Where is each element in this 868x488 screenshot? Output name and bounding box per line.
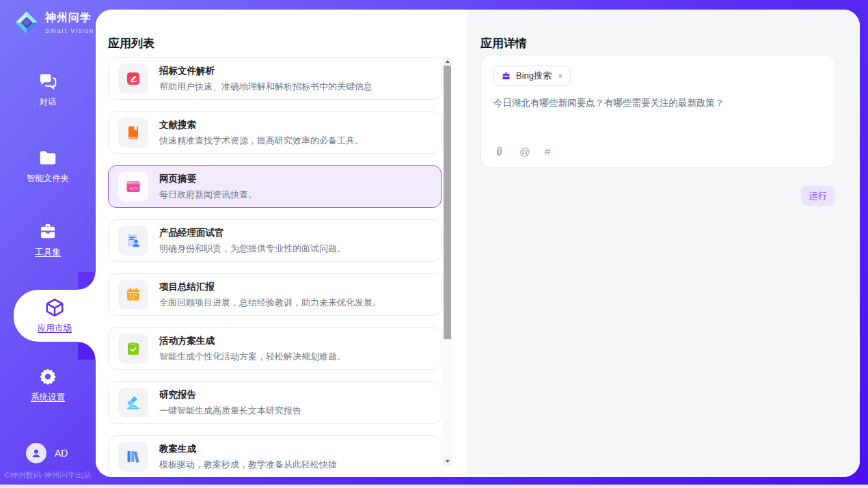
svg-text:</>: </> <box>129 186 138 191</box>
sidebar-item-label: 应用市场 <box>38 323 72 334</box>
app-list-item[interactable]: 招标文件解析 帮助用户快速、准确地理解和解析招标书中的关键信息 <box>108 57 442 100</box>
remove-tool-icon[interactable]: × <box>558 71 563 81</box>
app-name: 活动方案生成 <box>159 335 346 347</box>
mention-icon[interactable]: @ <box>519 146 530 157</box>
attachment-icon[interactable] <box>493 146 505 157</box>
prompt-toolbar: @ # <box>493 146 550 157</box>
app-list-item[interactable]: </> 网页摘要 每日政府新闻资讯快查。 <box>108 165 442 208</box>
scroll-up-button[interactable] <box>443 57 452 66</box>
bottom-gap <box>0 485 868 488</box>
app-list-item[interactable]: 教案生成 模板驱动，教案秒成，教学准备从此轻松快捷 <box>108 435 442 477</box>
calendar-icon <box>118 280 148 310</box>
hash-icon[interactable]: # <box>545 146 551 157</box>
app-logo: 神州问学 Smart Vision <box>14 10 94 36</box>
main-content: 应用列表 招标文件解析 帮助用户快速、准确地理解和解析招标书中的关键信息 文献搜… <box>96 10 860 477</box>
run-button[interactable]: 运行 <box>801 186 835 206</box>
app-description: 快速精准查找学术资源，提高研究效率的必备工具。 <box>159 135 364 147</box>
app-detail-title: 应用详情 <box>480 36 527 51</box>
sidebar-item-label: 工具集 <box>35 247 61 258</box>
sidebar-item-folder[interactable]: 智能文件夹 <box>0 148 96 185</box>
books-icon <box>118 442 148 472</box>
cube-icon <box>44 297 65 318</box>
app-list: 招标文件解析 帮助用户快速、准确地理解和解析招标书中的关键信息 文献搜索 快速精… <box>108 57 442 477</box>
app-description: 帮助用户快速、准确地理解和解析招标书中的关键信息 <box>159 81 372 93</box>
app-description: 全面回顾项目进展，总结经验教训，助力未来优化发展。 <box>159 297 381 309</box>
list-scrollbar[interactable] <box>443 57 452 465</box>
scroll-down-button[interactable] <box>443 457 452 465</box>
app-description: 一键智能生成高质量长文本研究报告 <box>159 405 301 417</box>
sidebar-item-toolbox[interactable]: 工具集 <box>0 221 96 258</box>
application-window: 神州问学 Smart Vision 对话 智能文件夹 工具集 应用市场 系统设置… <box>0 0 868 488</box>
prompt-text[interactable]: 今日湖北有哪些新闻要点？有哪些需要关注的最新政策？ <box>493 97 822 109</box>
scrollbar-thumb[interactable] <box>444 66 451 339</box>
sidebar-item-gear[interactable]: 系统设置 <box>0 366 96 403</box>
app-list-item[interactable]: 产品经理面试官 明确身份和职责，为您提供专业性的面试问题。 <box>108 219 442 262</box>
user-name: AD <box>55 448 68 459</box>
browser-code-icon: </> <box>118 172 148 202</box>
triangle-down-icon <box>446 460 450 463</box>
microscope-icon <box>118 388 148 418</box>
copyright-footer: ©神州数码·神州问学出品 <box>4 470 96 480</box>
app-description: 智能生成个性化活动方案，轻松解决规划难题。 <box>159 351 346 363</box>
avatar <box>26 443 46 463</box>
app-name: 项目总结汇报 <box>159 281 381 293</box>
logo-title: 神州问学 <box>45 11 94 25</box>
app-name: 研究报告 <box>159 389 301 401</box>
app-list-item[interactable]: 项目总结汇报 全面回顾项目进展，总结经验教训，助力未来优化发展。 <box>108 273 442 316</box>
app-name: 招标文件解析 <box>159 65 372 77</box>
chat-icon <box>38 71 58 92</box>
briefcase-icon <box>501 71 511 81</box>
gear-icon <box>38 366 58 387</box>
book-icon <box>118 118 148 148</box>
app-detail-panel: 应用详情 Bing搜索 × 今日湖北有哪些新闻要点？有哪些需要关注的最新政策？ … <box>467 10 860 477</box>
sidebar-item-label: 智能文件夹 <box>27 173 70 185</box>
triangle-up-icon <box>446 60 450 63</box>
logo-subtitle: Smart Vision <box>45 27 94 34</box>
app-list-item[interactable]: 活动方案生成 智能生成个性化活动方案，轻松解决规划难题。 <box>108 327 442 370</box>
tool-tag-label: Bing搜索 <box>516 70 552 82</box>
sidebar-item-label: 对话 <box>40 96 57 108</box>
user-icon <box>30 447 42 459</box>
app-name: 产品经理面试官 <box>159 227 346 239</box>
app-list-item[interactable]: 研究报告 一键智能生成高质量长文本研究报告 <box>108 381 442 424</box>
sidebar-item-cube[interactable]: 应用市场 <box>14 290 96 342</box>
clipboard-check-icon <box>118 334 148 364</box>
app-name: 网页摘要 <box>159 173 257 185</box>
app-list-item[interactable]: 文献搜索 快速精准查找学术资源，提高研究效率的必备工具。 <box>108 111 442 154</box>
sidebar-item-chat[interactable]: 对话 <box>0 71 96 108</box>
logo-diamond-icon <box>14 10 40 36</box>
app-list-panel: 应用列表 招标文件解析 帮助用户快速、准确地理解和解析招标书中的关键信息 文献搜… <box>96 10 467 477</box>
app-description: 模板驱动，教案秒成，教学准备从此轻松快捷 <box>159 459 337 471</box>
app-list-title: 应用列表 <box>108 36 154 51</box>
sidebar-item-label: 系统设置 <box>31 392 65 403</box>
folder-icon <box>38 148 58 168</box>
prompt-card: Bing搜索 × 今日湖北有哪些新闻要点？有哪些需要关注的最新政策？ @ # <box>480 55 835 167</box>
interview-icon <box>118 226 148 256</box>
app-description: 明确身份和职责，为您提供专业性的面试问题。 <box>159 243 346 255</box>
app-name: 教案生成 <box>159 443 337 455</box>
sidebar: 神州问学 Smart Vision 对话 智能文件夹 工具集 应用市场 系统设置… <box>0 0 96 485</box>
tool-tag-bing-search[interactable]: Bing搜索 × <box>493 66 571 86</box>
document-edit-icon <box>118 64 148 94</box>
toolbox-icon <box>38 221 58 242</box>
app-description: 每日政府新闻资讯快查。 <box>159 189 257 201</box>
user-account[interactable]: AD <box>26 443 68 463</box>
app-name: 文献搜索 <box>159 119 364 131</box>
